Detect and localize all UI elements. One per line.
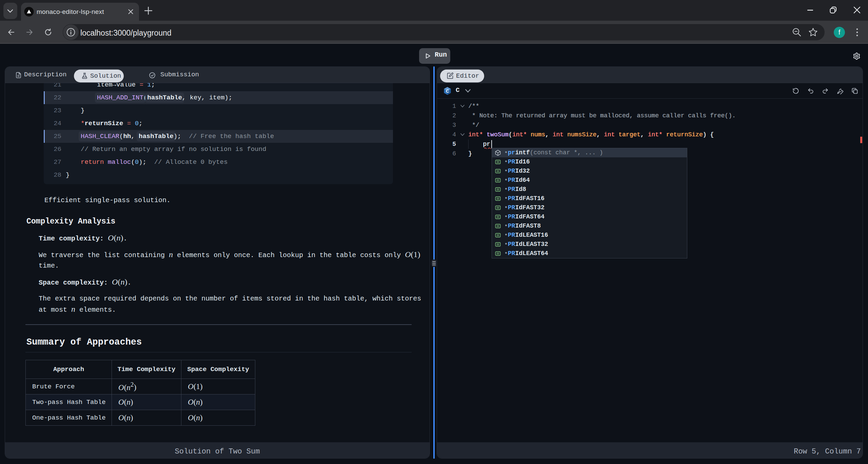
svg-text:C: C xyxy=(446,89,449,94)
